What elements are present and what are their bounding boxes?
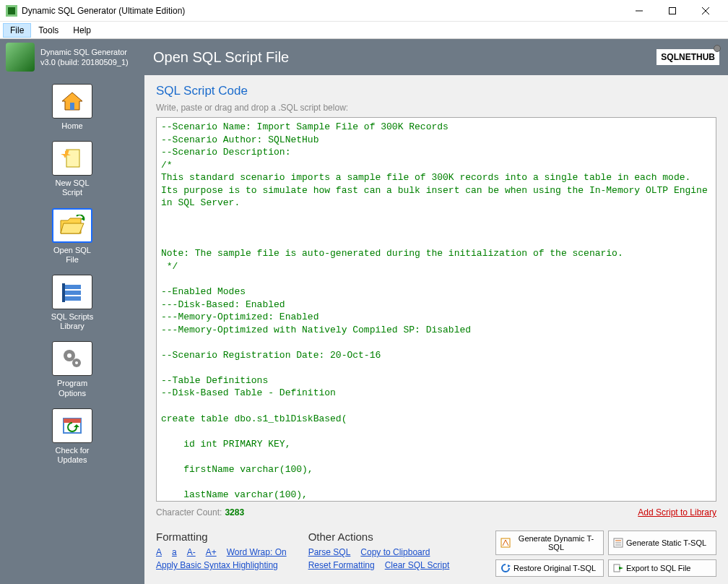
other-actions-section: Other Actions Parse SQL Copy to Clipboar… (308, 531, 450, 573)
action-buttons: Generate Dynamic T-SQL Generate Static T… (495, 531, 716, 577)
svg-marker-29 (619, 567, 623, 570)
sidebar-item-label: Program Options (57, 379, 87, 398)
reset-formatting-link[interactable]: Reset Formatting (308, 560, 375, 570)
header-band: Dynamic SQL Generator v3.0 (build: 20180… (0, 39, 728, 75)
sidebar-item-updates[interactable]: Check for Updates (40, 408, 105, 465)
generate-dynamic-button[interactable]: Generate Dynamic T-SQL (495, 531, 604, 555)
titlebar: Dynamic SQL Generator (Ultimate Edition) (0, 0, 728, 22)
header-left: Dynamic SQL Generator v3.0 (build: 20180… (0, 40, 144, 74)
sidebar-item-label: New SQL Script (55, 179, 89, 197)
svg-rect-3 (670, 7, 676, 14)
status-row: Character Count: 3283 Add Script to Libr… (156, 507, 716, 518)
sidebar-item-label: Open SQL File (53, 246, 91, 265)
sql-code-editor[interactable]: --Scenario Name: Import Sample File of 3… (156, 117, 716, 502)
page-title: Open SQL Script File (144, 49, 656, 66)
font-upper-link[interactable]: A (156, 547, 162, 557)
sidebar-item-label: Check for Updates (55, 446, 89, 465)
generate-static-button[interactable]: Generate Static T-SQL (608, 531, 716, 555)
formatting-section: Formatting A a A- A+ Word Wrap: On Apply… (156, 531, 287, 573)
updates-icon (52, 408, 92, 443)
app-version: v3.0 (build: 20180509_1) (40, 57, 129, 67)
app-icon (6, 5, 17, 17)
sidebar-item-options[interactable]: Program Options (40, 341, 105, 398)
generate-icon (500, 538, 511, 548)
svg-rect-13 (64, 296, 81, 301)
clear-script-link[interactable]: Clear SQL Script (385, 560, 450, 570)
section-title: SQL Script Code (156, 84, 716, 98)
menu-tools[interactable]: Tools (31, 23, 66, 38)
sidebar-item-open-file[interactable]: Open SQL File (40, 208, 105, 265)
app-name-block: Dynamic SQL Generator v3.0 (build: 20180… (40, 47, 129, 68)
sidebar-item-label: Home (61, 121, 82, 131)
menu-help[interactable]: Help (66, 23, 98, 38)
brand-logo[interactable]: SQLNETHUB (656, 49, 719, 65)
restore-icon (500, 563, 511, 573)
gear-icon (52, 341, 92, 376)
menu-file[interactable]: File (3, 23, 31, 38)
button-label: Generate Static T-SQL (626, 538, 706, 547)
bottom-panel: Formatting A a A- A+ Word Wrap: On Apply… (156, 531, 716, 577)
sidebar-item-new-script[interactable]: New SQL Script (40, 141, 105, 197)
library-icon (52, 275, 92, 309)
maximize-button[interactable] (656, 0, 689, 22)
new-script-icon (52, 141, 92, 176)
font-lower-link[interactable]: a (172, 547, 177, 557)
svg-rect-12 (64, 291, 81, 295)
button-label: Export to SQL File (626, 564, 690, 572)
app-name: Dynamic SQL Generator (40, 47, 129, 57)
open-file-icon (52, 208, 92, 243)
minimize-button[interactable] (623, 0, 656, 22)
svg-rect-28 (614, 564, 620, 572)
svg-rect-14 (62, 283, 65, 302)
font-increase-link[interactable]: A+ (206, 547, 217, 557)
add-to-library-link[interactable]: Add Script to Library (638, 507, 716, 518)
svg-rect-1 (8, 7, 15, 14)
restore-original-button[interactable]: Restore Original T-SQL (495, 559, 604, 577)
svg-marker-27 (508, 564, 511, 567)
window-controls (623, 0, 722, 22)
sidebar: Home New SQL Script Open SQL File SQL Sc… (0, 75, 144, 584)
sidebar-item-home[interactable]: Home (40, 84, 105, 131)
other-actions-heading: Other Actions (308, 531, 450, 543)
generate-icon (613, 538, 623, 548)
parse-sql-link[interactable]: Parse SQL (308, 547, 351, 557)
window-title: Dynamic SQL Generator (Ultimate Edition) (22, 6, 623, 16)
button-label: Generate Dynamic T-SQL (514, 534, 599, 551)
globe-icon (714, 45, 721, 52)
menubar: File Tools Help (0, 22, 728, 39)
sidebar-item-label: SQL Scripts Library (51, 312, 93, 331)
button-label: Restore Original T-SQL (514, 564, 596, 572)
main-area: Home New SQL Script Open SQL File SQL Sc… (0, 75, 728, 584)
export-icon (613, 563, 623, 573)
svg-rect-7 (70, 103, 74, 110)
export-button[interactable]: Export to SQL File (608, 559, 716, 577)
close-button[interactable] (689, 0, 722, 22)
app-logo-icon (6, 43, 35, 72)
svg-marker-10 (81, 217, 84, 220)
brand-text: SQLNETHUB (661, 52, 715, 62)
hint-text: Write, paste or drag and drop a .SQL scr… (156, 103, 716, 113)
char-count-value: 3283 (225, 507, 244, 518)
sidebar-item-library[interactable]: SQL Scripts Library (40, 275, 105, 331)
char-count-label: Character Count: (156, 507, 222, 518)
formatting-heading: Formatting (156, 531, 287, 543)
word-wrap-link[interactable]: Word Wrap: On (227, 547, 287, 557)
font-decrease-link[interactable]: A- (187, 547, 196, 557)
svg-point-18 (75, 361, 78, 364)
svg-point-16 (67, 353, 72, 358)
header-right: SQLNETHUB (656, 49, 728, 65)
content-panel: SQL Script Code Write, paste or drag and… (144, 75, 728, 584)
copy-clipboard-link[interactable]: Copy to Clipboard (360, 547, 430, 557)
syntax-highlight-link[interactable]: Apply Basic Syntax Highlighting (156, 560, 278, 570)
home-icon (52, 84, 92, 119)
svg-rect-11 (64, 285, 81, 289)
